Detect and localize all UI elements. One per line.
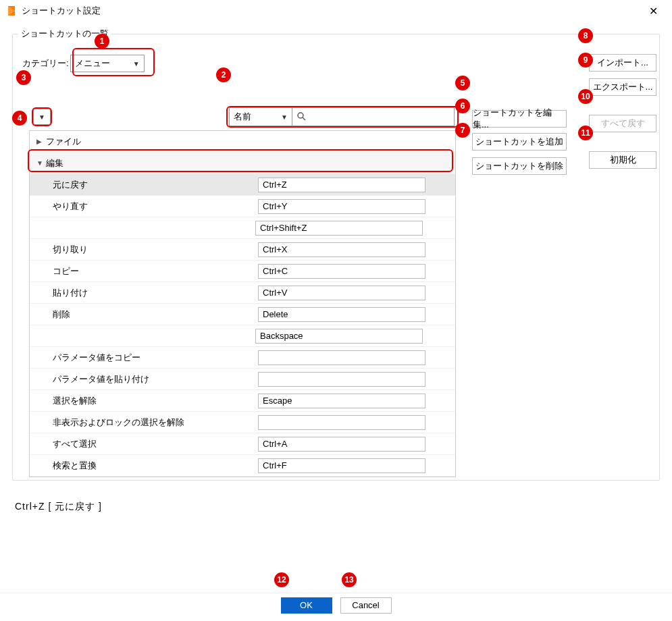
annotation-badge: 6 (455, 99, 470, 113)
tree-item[interactable]: 元に戻す Ctrl+Z (30, 174, 455, 196)
shortcut-field[interactable]: Ctrl+V (258, 286, 425, 300)
edit-shortcut-button[interactable]: ショートカットを編集... (472, 110, 567, 128)
shortcut-field[interactable]: Delete (258, 307, 425, 322)
shortcut-list-group: ショートカットの一覧 カテゴリー: メニュー ▼ ▼ 名前 ▼ (12, 34, 660, 481)
tree-group-edit[interactable]: ▼ 編集 (30, 153, 455, 174)
tree-group-label: 編集 (46, 157, 63, 169)
shortcut-field[interactable]: Escape (258, 394, 425, 408)
tree-item[interactable]: 削除 Delete (30, 304, 455, 325)
shortcut-field[interactable]: Backspace (255, 329, 423, 344)
tree-item-extra[interactable]: Ctrl+Shift+Z (30, 217, 455, 239)
delete-shortcut-button[interactable]: ショートカットを削除 (472, 157, 567, 175)
item-name: 削除 (30, 308, 255, 321)
annotation-badge: 10 (578, 89, 593, 104)
chevron-down-icon: ▼ (36, 159, 46, 167)
shortcut-field[interactable] (258, 415, 425, 430)
tree-item[interactable]: コピー Ctrl+C (30, 261, 455, 282)
status-line: Ctrl+Z [ 元に戻す ] (15, 501, 102, 513)
close-icon[interactable]: ✕ (640, 5, 667, 18)
expand-collapse-button[interactable]: ▼ (33, 109, 51, 125)
item-name: 貼り付け (30, 287, 255, 299)
svg-point-0 (298, 113, 303, 118)
shortcut-tree[interactable]: ▶ ファイル ▼ 編集 元に戻す Ctrl+Z やり直す Ctrl+Y Ctrl… (29, 130, 456, 477)
cancel-button[interactable]: Cancel (340, 597, 392, 614)
search-icon (296, 111, 306, 123)
shortcut-field[interactable]: Ctrl+F (258, 458, 425, 473)
tree-item[interactable]: 検索と置換 Ctrl+F (30, 455, 455, 477)
item-name: コピー (30, 265, 255, 277)
item-name: すべて選択 (30, 438, 255, 450)
tree-item[interactable]: 選択を解除 Escape (30, 390, 455, 412)
item-name: 非表示およびロックの選択を解除 (30, 416, 255, 429)
app-icon (5, 5, 18, 17)
tree-group-label: ファイル (46, 136, 81, 148)
annotation-badge: 9 (578, 53, 593, 68)
shortcut-field[interactable]: Ctrl+Shift+Z (255, 221, 423, 236)
item-name: パラメータ値を貼り付け (30, 373, 255, 385)
svg-line-1 (303, 117, 305, 120)
annotation-badge: 11 (578, 126, 593, 140)
annotation-badge: 13 (342, 572, 357, 587)
search-type-select[interactable]: 名前 ▼ (229, 107, 292, 126)
annotation-badge: 8 (578, 28, 593, 43)
tree-group-file[interactable]: ▶ ファイル (30, 131, 455, 153)
export-button[interactable]: エクスポート... (589, 78, 656, 96)
item-name: 検索と置換 (30, 460, 255, 472)
category-label: カテゴリー: (22, 57, 69, 70)
annotation-badge: 1 (95, 34, 109, 49)
import-button[interactable]: インポート... (589, 54, 656, 72)
shortcut-field[interactable]: Ctrl+Z (258, 178, 425, 192)
annotation-badge: 4 (12, 111, 27, 126)
init-button[interactable]: 初期化 (589, 151, 656, 169)
tree-item[interactable]: パラメータ値を貼り付け (30, 369, 455, 390)
chevron-down-icon: ▼ (281, 113, 288, 121)
tree-item[interactable]: パラメータ値をコピー (30, 347, 455, 369)
item-name: 切り取り (30, 244, 255, 256)
tree-item[interactable]: 切り取り Ctrl+X (30, 239, 455, 261)
category-value: メニュー (75, 57, 110, 70)
search-type-value: 名前 (234, 111, 251, 123)
item-name: 元に戻す (30, 179, 255, 191)
item-name: やり直す (30, 200, 255, 213)
tree-item[interactable]: 非表示およびロックの選択を解除 (30, 412, 455, 433)
annotation-badge: 12 (274, 572, 289, 587)
shortcut-field[interactable]: Ctrl+C (258, 264, 425, 279)
revert-button[interactable]: すべて戻す (589, 115, 656, 132)
category-select[interactable]: メニュー ▼ (70, 55, 145, 72)
tree-item[interactable]: 貼り付け Ctrl+V (30, 282, 455, 304)
ok-button[interactable]: OK (281, 597, 332, 614)
search-input[interactable] (292, 107, 455, 126)
tree-item[interactable]: やり直す Ctrl+Y (30, 196, 455, 217)
annotation-badge: 3 (16, 70, 31, 85)
add-shortcut-button[interactable]: ショートカットを追加 (472, 133, 567, 151)
annotation-badge: 5 (455, 76, 470, 90)
tree-item-extra[interactable]: Backspace (30, 325, 455, 347)
tree-group-view[interactable]: ▶ 表示 (30, 477, 455, 477)
item-name: パラメータ値をコピー (30, 352, 255, 364)
shortcut-field[interactable] (258, 350, 425, 365)
annotation-badge: 2 (216, 68, 231, 82)
shortcut-field[interactable]: Ctrl+Y (258, 199, 425, 214)
tree-item[interactable]: すべて選択 Ctrl+A (30, 433, 455, 455)
annotation-badge: 7 (455, 123, 470, 138)
shortcut-field[interactable]: Ctrl+X (258, 242, 425, 257)
chevron-down-icon: ▼ (38, 113, 45, 121)
shortcut-field[interactable] (258, 372, 425, 387)
chevron-down-icon: ▼ (133, 60, 140, 68)
item-name: 選択を解除 (30, 395, 255, 407)
window-title: ショートカット設定 (22, 5, 640, 17)
chevron-right-icon: ▶ (36, 138, 46, 145)
shortcut-field[interactable]: Ctrl+A (258, 437, 425, 452)
